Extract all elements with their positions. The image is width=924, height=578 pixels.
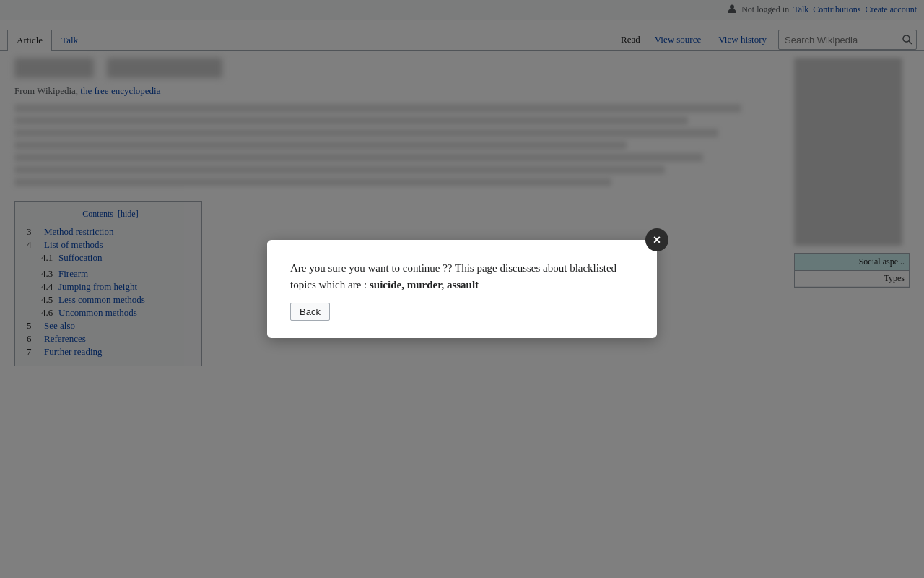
modal: × Are you sure you want to continue ?? T…: [267, 240, 657, 338]
modal-close-button[interactable]: ×: [645, 228, 668, 251]
back-button[interactable]: Back: [290, 303, 330, 321]
modal-text: Are you sure you want to continue ?? Thi…: [290, 260, 634, 293]
overlay[interactable]: × Are you sure you want to continue ?? T…: [0, 0, 924, 374]
modal-topics: suicide, murder, assault: [370, 279, 479, 290]
